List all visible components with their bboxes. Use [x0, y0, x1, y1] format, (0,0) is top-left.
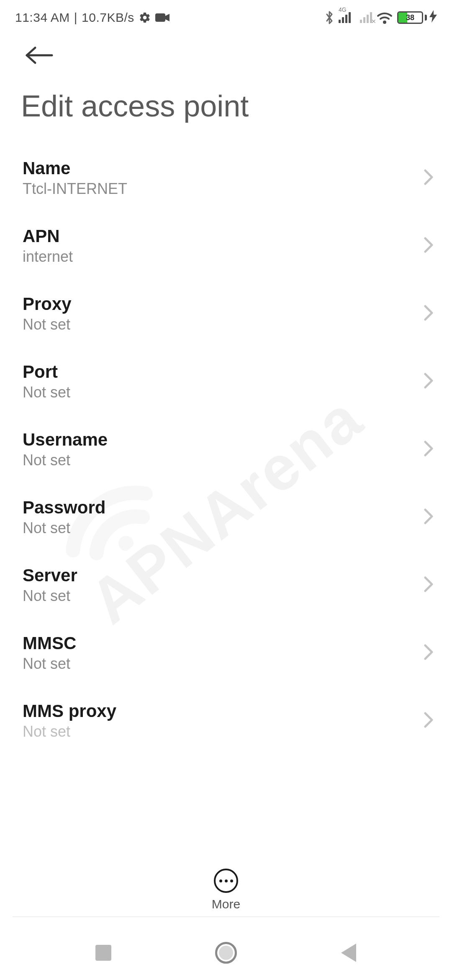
setting-label: Username [23, 430, 108, 450]
battery-indicator: 38 [397, 10, 437, 26]
chevron-right-icon [423, 168, 434, 188]
divider [13, 916, 439, 917]
setting-value: Not set [23, 723, 116, 740]
chevron-right-icon [423, 371, 434, 392]
setting-label: MMSC [23, 633, 76, 653]
setting-label: Proxy [23, 294, 72, 314]
square-icon [95, 945, 111, 961]
chevron-right-icon [423, 236, 434, 256]
setting-row-mms-proxy[interactable]: MMS proxy Not set [0, 687, 452, 755]
setting-value: Ttcl-INTERNET [23, 180, 127, 198]
header [0, 33, 452, 72]
sim2-signal-icon: ✕ [360, 12, 372, 23]
status-time: 11:34 AM [15, 10, 70, 25]
chevron-right-icon [423, 304, 434, 324]
status-right: 4G ✕ 38 [324, 10, 437, 26]
nav-home-button[interactable] [205, 936, 247, 970]
more-label: More [212, 897, 240, 911]
status-bar: 11:34 AM | 10.7KB/s 4G ✕ [0, 0, 452, 33]
triangle-left-icon [341, 944, 356, 962]
charging-icon [429, 10, 437, 26]
setting-row-mmsc[interactable]: MMSC Not set [0, 619, 452, 687]
system-nav-bar [0, 926, 452, 980]
setting-value: internet [23, 248, 73, 266]
more-icon [214, 869, 238, 893]
setting-row-apn[interactable]: APN internet [0, 212, 452, 280]
setting-value: Not set [23, 451, 108, 469]
sim1-network-label: 4G [339, 6, 347, 13]
status-left: 11:34 AM | 10.7KB/s [15, 10, 170, 25]
setting-row-proxy[interactable]: Proxy Not set [0, 280, 452, 348]
nav-recent-button[interactable] [82, 936, 124, 970]
setting-label: Name [23, 158, 127, 178]
setting-value: Not set [23, 655, 76, 673]
setting-label: Port [23, 362, 70, 382]
setting-value: Not set [23, 384, 70, 401]
chevron-right-icon [423, 507, 434, 527]
setting-row-port[interactable]: Port Not set [0, 348, 452, 415]
circle-icon [215, 942, 237, 964]
setting-value: Not set [23, 519, 105, 537]
settings-list: Name Ttcl-INTERNET APN internet Proxy No… [0, 144, 452, 755]
chevron-right-icon [423, 711, 434, 731]
chevron-right-icon [423, 575, 434, 595]
video-camera-icon [155, 12, 170, 23]
setting-row-username[interactable]: Username Not set [0, 415, 452, 483]
setting-label: Server [23, 565, 77, 585]
setting-value: Not set [23, 587, 77, 605]
gear-icon [139, 11, 151, 24]
setting-label: Password [23, 498, 105, 518]
setting-value: Not set [23, 316, 72, 333]
status-net-speed: 10.7KB/s [82, 10, 134, 25]
more-action[interactable]: More [0, 869, 452, 911]
setting-row-name[interactable]: Name Ttcl-INTERNET [0, 144, 452, 212]
arrow-left-icon [24, 46, 54, 64]
setting-row-server[interactable]: Server Not set [0, 551, 452, 619]
svg-rect-1 [155, 13, 165, 22]
back-button[interactable] [21, 43, 57, 68]
svg-point-2 [383, 21, 386, 24]
wifi-icon [376, 11, 393, 24]
setting-label: MMS proxy [23, 701, 116, 721]
battery-percent: 38 [398, 13, 422, 22]
sim1-signal-icon: 4G [339, 12, 351, 23]
page-title: Edit access point [0, 72, 452, 144]
setting-row-password[interactable]: Password Not set [0, 483, 452, 551]
chevron-right-icon [423, 643, 434, 663]
status-separator: | [74, 10, 77, 25]
nav-back-button[interactable] [328, 936, 370, 970]
chevron-right-icon [423, 439, 434, 459]
bluetooth-icon [324, 10, 334, 25]
setting-label: APN [23, 226, 73, 246]
